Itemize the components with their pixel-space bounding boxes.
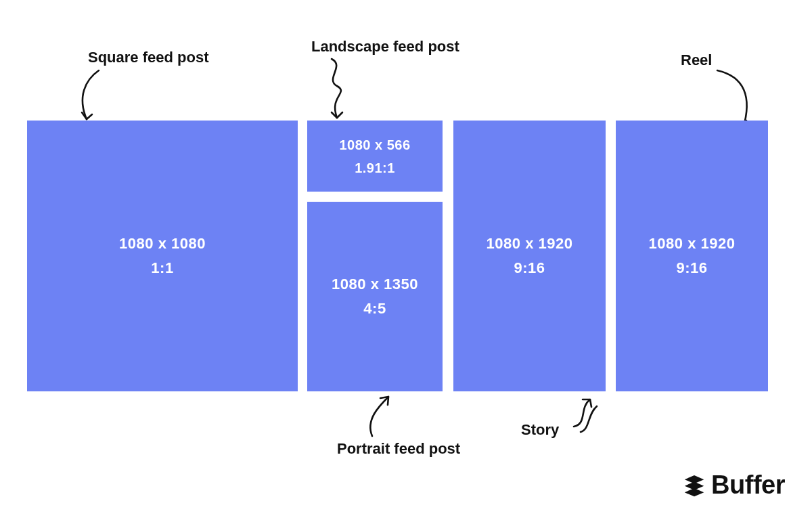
- box-story-ratio: 9:16: [514, 259, 545, 277]
- box-reel: 1080 x 1920 9:16: [616, 121, 768, 391]
- box-reel-dims: 1080 x 1920: [649, 235, 736, 253]
- brand-logo-icon: [683, 474, 706, 497]
- brand-name: Buffer: [711, 471, 785, 500]
- label-square: Square feed post: [88, 49, 208, 66]
- label-reel: Reel: [681, 51, 712, 69]
- box-portrait-ratio: 4:5: [363, 300, 386, 318]
- box-landscape: 1080 x 566 1.91:1: [307, 121, 443, 192]
- box-square-dims: 1080 x 1080: [119, 235, 206, 253]
- box-landscape-ratio: 1.91:1: [355, 160, 395, 176]
- box-story: 1080 x 1920 9:16: [453, 121, 606, 391]
- box-square-ratio: 1:1: [151, 259, 173, 277]
- label-landscape: Landscape feed post: [311, 38, 459, 56]
- arrow-to-square: [65, 66, 119, 127]
- label-story: Story: [521, 421, 559, 439]
- box-story-dims: 1080 x 1920: [487, 235, 573, 253]
- box-reel-ratio: 9:16: [676, 259, 707, 277]
- svg-marker-2: [685, 488, 704, 496]
- brand: Buffer: [683, 471, 785, 500]
- box-portrait: 1080 x 1350 4:5: [307, 202, 443, 391]
- box-landscape-dims: 1080 x 566: [339, 137, 410, 153]
- arrow-to-portrait: [359, 393, 406, 440]
- box-square: 1080 x 1080 1:1: [27, 121, 298, 391]
- arrow-to-story: [567, 394, 608, 435]
- box-portrait-dims: 1080 x 1350: [332, 276, 418, 293]
- diagram-stage: Square feed post Landscape feed post Ree…: [0, 0, 812, 520]
- arrow-to-landscape: [318, 56, 365, 123]
- label-portrait: Portrait feed post: [337, 440, 460, 458]
